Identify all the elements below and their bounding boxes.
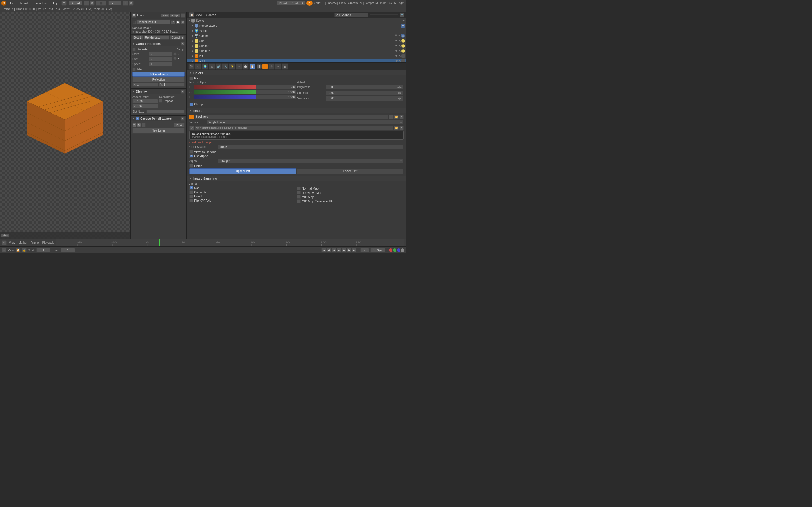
image-f-btn[interactable]: F xyxy=(389,115,394,119)
timeline-icon[interactable]: ⏱ xyxy=(2,240,7,245)
layout-selector[interactable]: Default xyxy=(69,1,83,5)
calculate-checkbox[interactable] xyxy=(190,190,193,194)
alpha-dropdown[interactable]: Straight ▾ xyxy=(218,159,404,163)
playback-editor-icon[interactable]: ⏱ xyxy=(2,248,6,252)
game-properties-header[interactable]: ▼ Game Properties ✕ xyxy=(131,41,186,47)
screen-layout-icon[interactable]: ⊞ xyxy=(61,1,66,6)
remove-scene-icon[interactable]: ✕ xyxy=(129,1,134,6)
contrast-field[interactable]: 1.000 ◀▶ xyxy=(325,91,404,95)
flip-xy-checkbox[interactable] xyxy=(190,199,193,202)
tab-world[interactable]: 🌍 xyxy=(202,63,208,69)
search-input[interactable] xyxy=(370,14,398,15)
tab-texture[interactable]: 📋 xyxy=(249,63,255,69)
tex-slot-num[interactable]: 2 xyxy=(257,64,262,69)
tab-modifiers[interactable]: 🔧 xyxy=(222,63,229,69)
tiles-checkbox[interactable] xyxy=(132,68,136,71)
outliner-icon[interactable]: 📋 xyxy=(189,12,194,17)
tab-physics[interactable]: ⚛ xyxy=(236,63,242,69)
marker-btn[interactable]: Marker xyxy=(18,241,28,244)
image-editor-pin-icon[interactable] xyxy=(181,13,185,18)
image-browse-btn[interactable]: 📂 xyxy=(394,115,399,119)
use-alpha-checkbox[interactable]: ✓ xyxy=(190,154,193,158)
use-checkbox[interactable]: ✓ xyxy=(190,186,193,189)
play-reverse-btn[interactable]: ◀ xyxy=(332,248,336,252)
playback-menu-btn[interactable]: Playback xyxy=(42,241,54,244)
tree-item-world[interactable]: ▶ 🌍 World xyxy=(187,28,406,33)
brightness-field[interactable]: 1.000 ◀▶ xyxy=(325,85,404,90)
engine-selector-main[interactable]: Blender Render ▾ xyxy=(277,1,305,5)
left-cursor-icon[interactable]: ↖ xyxy=(399,54,401,58)
current-frame-field[interactable]: 7 xyxy=(360,248,369,252)
mip-map-checkbox[interactable] xyxy=(297,195,301,199)
gp-settings-icon[interactable]: ⚙ xyxy=(137,123,141,127)
gp-pencil-icon[interactable]: ✏ xyxy=(132,123,136,127)
g-bar[interactable]: 0.608 xyxy=(194,90,296,94)
playback-mode-icon[interactable]: 🔁 xyxy=(16,248,20,252)
y-field[interactable]: Y: 1 xyxy=(159,82,185,87)
invert-checkbox[interactable] xyxy=(190,194,193,198)
camera-eye-icon[interactable]: 👁 xyxy=(395,34,398,38)
tab-something2[interactable]: ↔ xyxy=(275,63,282,69)
playback-lock-icon[interactable]: 🔒 xyxy=(22,248,27,252)
tree-item-sun[interactable]: ▶ ☀ Sun 👁 ↖ xyxy=(187,38,406,43)
view-btn[interactable]: View xyxy=(196,13,202,17)
image-editor-view-btn[interactable]: View xyxy=(161,13,169,17)
tex-preview-icon[interactable] xyxy=(262,64,267,69)
right-eye-icon[interactable]: 👁 xyxy=(395,59,398,62)
tree-item-camera[interactable]: ▶ 📷 Camera 👁 ↖ ◎ xyxy=(187,33,406,38)
view-timeline-btn[interactable]: View xyxy=(9,241,15,244)
tab-object[interactable]: △ xyxy=(209,63,215,69)
end-frame-field[interactable]: 1 xyxy=(61,248,75,252)
clamp-y-checkbox[interactable] xyxy=(173,57,177,60)
sun001-eye-icon[interactable]: 👁 xyxy=(395,44,398,48)
gp-new-layer-btn[interactable]: New Layer xyxy=(132,128,185,133)
sun-eye-icon[interactable]: 👁 xyxy=(395,39,398,43)
tree-item-renderlayers[interactable]: ▶ R RenderLayers ⚙ xyxy=(187,23,406,28)
playback-mode-btn[interactable]: View xyxy=(8,249,14,252)
menu-help[interactable]: Help xyxy=(49,1,60,5)
all-scenes-selector[interactable]: All Scenes xyxy=(335,13,368,17)
prev-keyframe-btn[interactable]: ◀| xyxy=(326,248,331,252)
speed-value-field[interactable]: 1 xyxy=(149,62,172,66)
gp-close-icon[interactable]: ✕ xyxy=(181,117,185,121)
sun-cursor-icon[interactable]: ↖ xyxy=(399,39,401,43)
ramp-checkbox[interactable] xyxy=(190,76,193,80)
color-space-field[interactable]: sRGB xyxy=(218,145,404,149)
render-layer-selector[interactable]: RenderLa... xyxy=(144,36,169,40)
gp-new-btn[interactable]: New xyxy=(174,122,185,127)
tab-particles[interactable]: ✨ xyxy=(229,63,235,69)
clamp-x-checkbox[interactable] xyxy=(173,52,177,56)
grease-pencil-header[interactable]: ▼ ✓ Grease Pencil Layers ✕ xyxy=(131,116,186,121)
sun002-cursor-icon[interactable]: ↖ xyxy=(399,49,401,53)
tree-item-sun001[interactable]: ▶ ☀ Sun.001 👁 ↖ xyxy=(187,43,406,48)
render-result-field[interactable]: Render Result xyxy=(137,20,170,24)
tab-render[interactable]: 🎬 xyxy=(188,63,195,69)
render-result-close-btn[interactable]: ✕ xyxy=(181,20,185,24)
renderlayers-settings-icon[interactable]: ⚙ xyxy=(401,24,405,27)
tab-constraints[interactable]: 🔗 xyxy=(215,63,221,69)
slot-na-field[interactable] xyxy=(146,110,185,114)
play-btn[interactable]: ▶ xyxy=(342,248,346,252)
tree-item-sun002[interactable]: ▶ ☀ Sun.002 👁 ↖ xyxy=(187,48,406,54)
mip-gaussian-checkbox[interactable] xyxy=(297,200,301,203)
tab-scene[interactable]: ⬡ xyxy=(195,63,201,69)
image-editor-image-btn[interactable]: Image xyxy=(170,13,180,17)
display-close-icon[interactable]: ✕ xyxy=(181,90,185,94)
render-result-f-btn[interactable]: F xyxy=(171,20,175,24)
animated-checkbox[interactable] xyxy=(132,48,136,51)
saturation-field[interactable]: 1.000 ◀▶ xyxy=(325,96,404,101)
combine-selector[interactable]: Combine xyxy=(170,36,185,40)
add-scene-icon[interactable]: + xyxy=(123,1,128,6)
image-name-field[interactable]: block.png xyxy=(195,114,389,119)
derivative-map-checkbox[interactable] xyxy=(297,191,301,194)
frame-btn[interactable]: Frame xyxy=(31,241,39,244)
reflection-btn[interactable]: Reflection xyxy=(132,77,185,82)
viewport-icon[interactable]: ⬛ xyxy=(96,1,106,6)
normal-map-checkbox[interactable] xyxy=(297,187,301,190)
no-sync-selector[interactable]: No Sync xyxy=(370,248,385,252)
b-bar[interactable]: 0.608 xyxy=(194,95,296,100)
jump-start-btn[interactable]: |◀ xyxy=(321,248,326,252)
render-result-save-btn[interactable]: 💾 xyxy=(176,20,180,24)
gp-add-icon[interactable]: + xyxy=(142,123,146,127)
end-value-field[interactable]: 0 xyxy=(149,57,172,61)
